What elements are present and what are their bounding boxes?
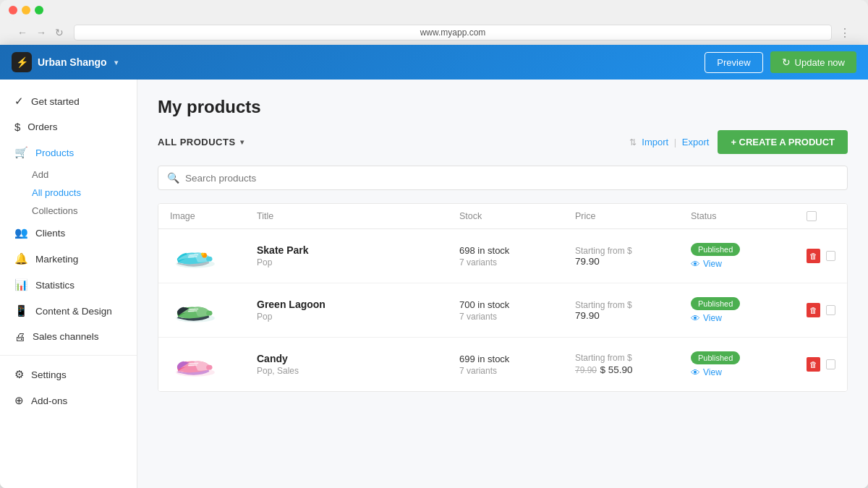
gear-icon: ⚙ xyxy=(14,368,24,381)
sidebar-divider xyxy=(0,355,137,356)
delete-button[interactable]: 🗑 xyxy=(807,357,820,372)
row-actions-skate-park: 🗑 xyxy=(807,249,835,263)
sidebar-sub-add[interactable]: Add xyxy=(32,166,137,184)
address-bar[interactable] xyxy=(74,25,832,40)
header-select-all xyxy=(807,211,835,221)
header-status: Status xyxy=(691,211,807,221)
import-link[interactable]: Import xyxy=(642,137,668,147)
product-stock-skate-park: 698 in stock 7 variants xyxy=(459,245,575,267)
sidebar-sub-all-products[interactable]: All products xyxy=(32,184,137,202)
product-image-skate-park xyxy=(170,238,221,274)
select-all-checkbox[interactable] xyxy=(807,211,817,221)
import-export-links: ⇅ Import | Export xyxy=(629,137,710,147)
refresh-button[interactable]: ↻ xyxy=(55,27,67,38)
trash-icon: 🗑 xyxy=(809,360,817,369)
product-info-skate-park: Skate Park Pop xyxy=(257,244,459,267)
sidebar-item-settings[interactable]: ⚙ Settings xyxy=(0,361,137,388)
brand-name: Urban Shango xyxy=(38,56,107,68)
forward-button[interactable]: → xyxy=(36,27,48,38)
price-amount: 79.90 xyxy=(575,256,691,267)
shoe-svg-skate-park xyxy=(171,241,220,271)
price-sale: $ 55.90 xyxy=(600,364,632,375)
search-input[interactable] xyxy=(185,173,838,184)
status-badge: Published xyxy=(691,351,740,364)
sidebar-sub-collections[interactable]: Collections xyxy=(32,202,137,220)
product-category: Pop xyxy=(257,312,459,322)
products-table: Image Title Stock Price Status xyxy=(158,203,848,392)
filter-chevron-icon: ▾ xyxy=(240,138,244,146)
sidebar-item-marketing[interactable]: 🔔 Marketing xyxy=(0,246,137,272)
traffic-light-yellow[interactable] xyxy=(22,6,30,14)
svg-line-2 xyxy=(188,257,197,257)
shoe-svg-candy xyxy=(171,349,220,380)
traffic-light-green[interactable] xyxy=(35,6,43,14)
product-image-candy xyxy=(170,346,221,382)
table-header: Image Title Stock Price Status xyxy=(158,204,847,229)
table-row: Candy Pop, Sales 699 in stock 7 variants… xyxy=(158,338,847,391)
price-amount: 79.90 xyxy=(575,310,691,321)
eye-icon: 👁 xyxy=(691,313,700,324)
export-link[interactable]: Export xyxy=(682,137,710,147)
sidebar-item-sales-channels[interactable]: 🖨 Sales channels xyxy=(0,324,137,349)
main-content: My products ALL PRODUCTS ▾ ⇅ Import | Ex… xyxy=(137,80,868,488)
delete-button[interactable]: 🗑 xyxy=(807,303,820,317)
sidebar-item-orders[interactable]: $ Orders xyxy=(0,114,137,140)
product-stock-candy: 699 in stock 7 variants xyxy=(459,354,575,376)
create-product-button[interactable]: + CREATE A PRODUCT xyxy=(718,130,848,154)
status-badge: Published xyxy=(691,243,740,256)
sidebar: ✓ Get started $ Orders 🛒 Products Add Al… xyxy=(0,80,137,488)
back-button[interactable]: ← xyxy=(17,27,29,38)
row-checkbox[interactable] xyxy=(826,305,835,315)
row-checkbox[interactable] xyxy=(826,359,835,369)
sidebar-item-products[interactable]: 🛒 Products xyxy=(0,140,137,166)
header-title: Title xyxy=(257,211,459,221)
svg-point-4 xyxy=(201,252,204,255)
view-link[interactable]: 👁 View xyxy=(691,313,807,324)
printer-icon: 🖨 xyxy=(14,330,25,343)
shoe-svg-green-lagoon xyxy=(171,295,220,325)
brand-logo[interactable]: ⚡ Urban Shango ▾ xyxy=(12,52,118,72)
svg-line-12 xyxy=(188,365,197,366)
clients-icon: 👥 xyxy=(14,226,28,239)
sort-icon: ⇅ xyxy=(629,137,637,147)
browser-menu-icon[interactable]: ⋮ xyxy=(839,26,851,40)
row-checkbox[interactable] xyxy=(826,251,835,261)
view-link[interactable]: 👁 View xyxy=(691,367,807,378)
filter-label: ALL PRODUCTS xyxy=(158,137,236,147)
preview-button[interactable]: Preview xyxy=(705,52,762,73)
sidebar-item-content-design[interactable]: 📱 Content & Design xyxy=(0,298,137,324)
svg-line-8 xyxy=(188,311,197,312)
update-now-button[interactable]: ↻ Update now xyxy=(770,51,856,73)
sidebar-item-get-started[interactable]: ✓ Get started xyxy=(0,88,137,114)
brand-chevron-icon: ▾ xyxy=(114,59,118,67)
header-stock: Stock xyxy=(459,211,575,221)
dollar-icon: $ xyxy=(14,121,20,133)
traffic-light-red[interactable] xyxy=(9,6,17,14)
header-price: Price xyxy=(575,211,691,221)
svg-line-11 xyxy=(190,363,199,364)
sidebar-item-add-ons[interactable]: ⊕ Add-ons xyxy=(0,388,137,414)
sidebar-item-clients[interactable]: 👥 Clients xyxy=(0,220,137,246)
status-badge: Published xyxy=(691,297,740,310)
product-image-green-lagoon xyxy=(170,292,221,328)
product-price-skate-park: Starting from $ 79.90 xyxy=(575,246,691,267)
products-submenu: Add All products Collections xyxy=(0,166,137,220)
delete-button[interactable]: 🗑 xyxy=(807,249,820,263)
stock-count: 699 in stock xyxy=(459,354,575,364)
price-original: 79.90 xyxy=(575,365,597,375)
mobile-icon: 📱 xyxy=(14,304,28,317)
table-row: Skate Park Pop 698 in stock 7 variants S… xyxy=(158,229,847,283)
product-title: Candy xyxy=(257,353,459,364)
svg-point-5 xyxy=(206,257,212,262)
view-link[interactable]: 👁 View xyxy=(691,259,807,270)
svg-point-13 xyxy=(206,365,212,370)
sidebar-item-statistics[interactable]: 📊 Statistics xyxy=(0,272,137,298)
svg-point-9 xyxy=(206,311,212,316)
product-status-skate-park: Published 👁 View xyxy=(691,243,807,270)
price-label: Starting from $ xyxy=(575,300,691,310)
row-actions-candy: 🗑 xyxy=(807,357,835,372)
filter-dropdown[interactable]: ALL PRODUCTS ▾ xyxy=(158,137,244,147)
search-bar: 🔍 xyxy=(158,166,848,190)
trash-icon: 🗑 xyxy=(809,306,817,314)
product-info-candy: Candy Pop, Sales xyxy=(257,353,459,376)
